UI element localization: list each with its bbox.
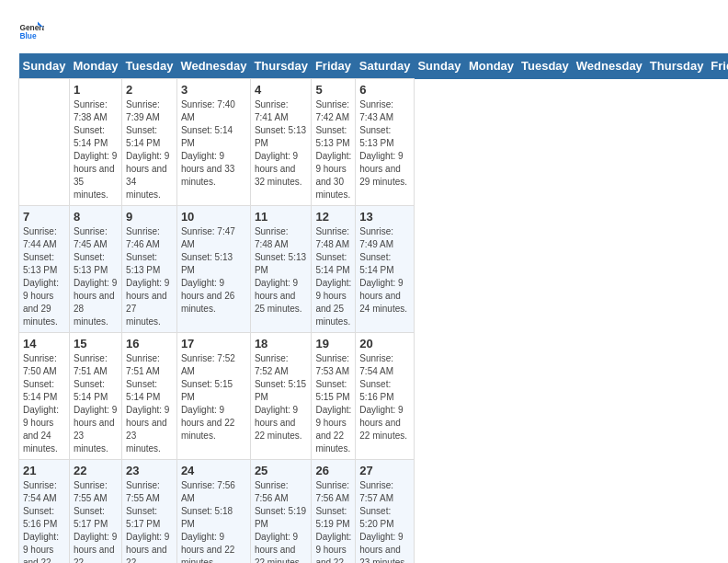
- calendar-cell: 23 Sunrise: 7:55 AM Sunset: 5:17 PM Dayl…: [122, 460, 177, 564]
- day-number: 19: [315, 337, 351, 350]
- day-info: Sunrise: 7:51 AM Sunset: 5:14 PM Dayligh…: [74, 352, 118, 455]
- calendar-cell: 6 Sunrise: 7:43 AM Sunset: 5:13 PM Dayli…: [356, 79, 415, 206]
- calendar-cell: 10 Sunrise: 7:47 AM Sunset: 5:13 PM Dayl…: [176, 206, 250, 333]
- day-info: Sunrise: 7:52 AM Sunset: 5:15 PM Dayligh…: [181, 352, 246, 442]
- day-number: 1: [74, 83, 118, 97]
- logo-icon: General Blue: [18, 18, 44, 44]
- col-header-wednesday: Wednesday: [573, 53, 646, 79]
- day-number: 20: [359, 337, 410, 350]
- calendar-cell: 16 Sunrise: 7:51 AM Sunset: 5:14 PM Dayl…: [122, 333, 177, 460]
- calendar-cell: 26 Sunrise: 7:56 AM Sunset: 5:19 PM Dayl…: [312, 460, 356, 564]
- day-number: 16: [126, 337, 173, 350]
- day-info: Sunrise: 7:47 AM Sunset: 5:13 PM Dayligh…: [181, 225, 246, 316]
- day-number: 4: [255, 83, 308, 97]
- day-number: 5: [315, 83, 351, 97]
- day-number: 25: [255, 464, 308, 477]
- svg-text:General: General: [19, 23, 44, 32]
- header-wednesday: Wednesday: [176, 53, 250, 79]
- day-info: Sunrise: 7:49 AM Sunset: 5:14 PM Dayligh…: [359, 225, 410, 316]
- calendar-week-4: 21 Sunrise: 7:54 AM Sunset: 5:16 PM Dayl…: [19, 460, 729, 564]
- day-info: Sunrise: 7:45 AM Sunset: 5:13 PM Dayligh…: [74, 225, 118, 328]
- day-info: Sunrise: 7:56 AM Sunset: 5:19 PM Dayligh…: [315, 479, 351, 563]
- day-number: 18: [255, 337, 308, 350]
- col-header-thursday: Thursday: [646, 53, 708, 79]
- calendar-week-3: 14 Sunrise: 7:50 AM Sunset: 5:14 PM Dayl…: [19, 333, 729, 460]
- day-info: Sunrise: 7:52 AM Sunset: 5:15 PM Dayligh…: [255, 352, 308, 442]
- page-header: General Blue: [18, 18, 710, 44]
- day-number: 24: [181, 464, 246, 477]
- calendar-cell: 4 Sunrise: 7:41 AM Sunset: 5:13 PM Dayli…: [250, 79, 312, 206]
- calendar-cell: 12 Sunrise: 7:48 AM Sunset: 5:14 PM Dayl…: [312, 206, 356, 333]
- calendar-cell: 22 Sunrise: 7:55 AM Sunset: 5:17 PM Dayl…: [69, 460, 121, 564]
- calendar-cell: 27 Sunrise: 7:57 AM Sunset: 5:20 PM Dayl…: [356, 460, 415, 564]
- day-info: Sunrise: 7:46 AM Sunset: 5:13 PM Dayligh…: [126, 225, 173, 328]
- calendar-cell: 24 Sunrise: 7:56 AM Sunset: 5:18 PM Dayl…: [176, 460, 250, 564]
- day-info: Sunrise: 7:54 AM Sunset: 5:16 PM Dayligh…: [23, 479, 65, 563]
- col-header-tuesday: Tuesday: [518, 53, 573, 79]
- svg-text:Blue: Blue: [19, 31, 36, 40]
- day-info: Sunrise: 7:55 AM Sunset: 5:17 PM Dayligh…: [74, 479, 118, 563]
- day-number: 27: [359, 464, 410, 477]
- day-number: 13: [359, 210, 410, 224]
- day-info: Sunrise: 7:51 AM Sunset: 5:14 PM Dayligh…: [126, 352, 173, 455]
- col-header-monday: Monday: [465, 53, 518, 79]
- day-info: Sunrise: 7:42 AM Sunset: 5:13 PM Dayligh…: [315, 98, 351, 201]
- day-number: 8: [74, 210, 118, 224]
- calendar-cell: 1 Sunrise: 7:38 AM Sunset: 5:14 PM Dayli…: [69, 79, 121, 206]
- day-number: 23: [126, 464, 173, 477]
- day-number: 14: [23, 337, 65, 350]
- col-header-sunday: Sunday: [414, 53, 464, 79]
- day-info: Sunrise: 7:56 AM Sunset: 5:18 PM Dayligh…: [181, 479, 246, 563]
- logo: General Blue: [18, 18, 48, 44]
- day-number: 7: [23, 210, 65, 224]
- header-thursday: Thursday: [250, 53, 312, 79]
- day-number: 15: [74, 337, 118, 350]
- calendar-cell: 20 Sunrise: 7:54 AM Sunset: 5:16 PM Dayl…: [356, 333, 415, 460]
- day-info: Sunrise: 7:50 AM Sunset: 5:14 PM Dayligh…: [23, 352, 65, 455]
- calendar-cell: 3 Sunrise: 7:40 AM Sunset: 5:14 PM Dayli…: [176, 79, 250, 206]
- calendar-week-1: 1 Sunrise: 7:38 AM Sunset: 5:14 PM Dayli…: [19, 79, 729, 206]
- calendar-cell: 18 Sunrise: 7:52 AM Sunset: 5:15 PM Dayl…: [250, 333, 312, 460]
- day-info: Sunrise: 7:53 AM Sunset: 5:15 PM Dayligh…: [315, 352, 351, 455]
- calendar-cell: 9 Sunrise: 7:46 AM Sunset: 5:13 PM Dayli…: [122, 206, 177, 333]
- calendar-cell: 13 Sunrise: 7:49 AM Sunset: 5:14 PM Dayl…: [356, 206, 415, 333]
- day-info: Sunrise: 7:40 AM Sunset: 5:14 PM Dayligh…: [181, 98, 246, 189]
- calendar-cell: 5 Sunrise: 7:42 AM Sunset: 5:13 PM Dayli…: [312, 79, 356, 206]
- calendar-header-row: SundayMondayTuesdayWednesdayThursdayFrid…: [19, 53, 729, 79]
- day-number: 2: [126, 83, 173, 97]
- day-info: Sunrise: 7:48 AM Sunset: 5:13 PM Dayligh…: [255, 225, 308, 316]
- day-number: 10: [181, 210, 246, 224]
- calendar-cell: 14 Sunrise: 7:50 AM Sunset: 5:14 PM Dayl…: [19, 333, 70, 460]
- day-info: Sunrise: 7:48 AM Sunset: 5:14 PM Dayligh…: [315, 225, 351, 328]
- day-info: Sunrise: 7:56 AM Sunset: 5:19 PM Dayligh…: [255, 479, 308, 563]
- day-info: Sunrise: 7:55 AM Sunset: 5:17 PM Dayligh…: [126, 479, 173, 563]
- col-header-friday: Friday: [707, 53, 728, 79]
- day-number: 21: [23, 464, 65, 477]
- day-number: 6: [359, 83, 410, 97]
- day-info: Sunrise: 7:44 AM Sunset: 5:13 PM Dayligh…: [23, 225, 65, 328]
- day-info: Sunrise: 7:39 AM Sunset: 5:14 PM Dayligh…: [126, 98, 173, 201]
- day-info: Sunrise: 7:38 AM Sunset: 5:14 PM Dayligh…: [74, 98, 118, 201]
- calendar-cell: 19 Sunrise: 7:53 AM Sunset: 5:15 PM Dayl…: [312, 333, 356, 460]
- calendar-cell: 17 Sunrise: 7:52 AM Sunset: 5:15 PM Dayl…: [176, 333, 250, 460]
- day-number: 22: [74, 464, 118, 477]
- day-info: Sunrise: 7:41 AM Sunset: 5:13 PM Dayligh…: [255, 98, 308, 189]
- header-friday: Friday: [312, 53, 356, 79]
- calendar-cell: 21 Sunrise: 7:54 AM Sunset: 5:16 PM Dayl…: [19, 460, 70, 564]
- calendar-cell: 25 Sunrise: 7:56 AM Sunset: 5:19 PM Dayl…: [250, 460, 312, 564]
- calendar-cell: 11 Sunrise: 7:48 AM Sunset: 5:13 PM Dayl…: [250, 206, 312, 333]
- day-info: Sunrise: 7:54 AM Sunset: 5:16 PM Dayligh…: [359, 352, 410, 442]
- calendar-table: SundayMondayTuesdayWednesdayThursdayFrid…: [18, 53, 728, 563]
- header-monday: Monday: [69, 53, 121, 79]
- header-sunday: Sunday: [19, 53, 70, 79]
- header-tuesday: Tuesday: [122, 53, 177, 79]
- calendar-week-2: 7 Sunrise: 7:44 AM Sunset: 5:13 PM Dayli…: [19, 206, 729, 333]
- day-number: 12: [315, 210, 351, 224]
- day-number: 26: [315, 464, 351, 477]
- day-number: 9: [126, 210, 173, 224]
- calendar-cell: 2 Sunrise: 7:39 AM Sunset: 5:14 PM Dayli…: [122, 79, 177, 206]
- day-info: Sunrise: 7:57 AM Sunset: 5:20 PM Dayligh…: [359, 479, 410, 563]
- calendar-cell: 7 Sunrise: 7:44 AM Sunset: 5:13 PM Dayli…: [19, 206, 70, 333]
- header-saturday: Saturday: [356, 53, 415, 79]
- calendar-cell: 8 Sunrise: 7:45 AM Sunset: 5:13 PM Dayli…: [69, 206, 121, 333]
